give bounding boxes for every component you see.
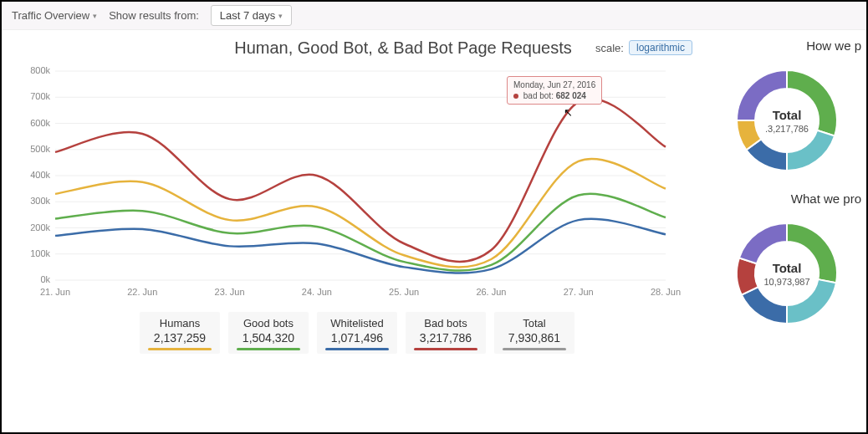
svg-text:25. Jun: 25. Jun: [389, 287, 419, 297]
legend-bad-bots-value: 3,217,786: [414, 331, 477, 345]
results-from-label: Show results from:: [109, 9, 199, 22]
legend-whitelisted-value: 1,071,496: [325, 331, 389, 345]
svg-text:22. Jun: 22. Jun: [127, 287, 157, 297]
legend-humans-label: Humans: [148, 317, 212, 329]
tooltip-series: bad bot: [523, 91, 551, 100]
svg-text:24. Jun: 24. Jun: [302, 287, 332, 297]
tooltip-marker-icon: [513, 94, 518, 99]
svg-text:700k: 700k: [30, 91, 50, 101]
line-chart[interactable]: 0k100k200k300k400k500k600k700k800k21. Ju…: [22, 66, 674, 300]
donut-chart-2[interactable]: Total 10,973,987: [724, 211, 850, 336]
side-title-1: How we p: [806, 38, 863, 53]
legend-humans[interactable]: Humans 2,137,259: [140, 312, 220, 354]
chevron-down-icon: ▾: [278, 12, 283, 20]
svg-text:100k: 100k: [30, 248, 50, 258]
main-chart-panel: Human, Good Bot, & Bad Bot Page Requests…: [2, 30, 707, 357]
donut2-label: Total: [773, 261, 802, 275]
legend-good-bots-label: Good bots: [237, 317, 300, 329]
svg-text:28. Jun: 28. Jun: [651, 287, 681, 297]
legend-total-label: Total: [503, 317, 566, 329]
legend-whitelisted[interactable]: Whitelisted 1,071,496: [317, 312, 397, 354]
side-panel: How we p Total .3,217,786 What we pro To…: [707, 30, 866, 357]
svg-text:0k: 0k: [40, 274, 50, 284]
svg-text:27. Jun: 27. Jun: [564, 287, 594, 297]
svg-text:21. Jun: 21. Jun: [40, 287, 70, 297]
legend-total[interactable]: Total 7,930,861: [494, 312, 574, 354]
side-title-2: What we pro: [791, 191, 863, 206]
chevron-down-icon: ▾: [93, 12, 97, 20]
legend-bad-bots[interactable]: Bad bots 3,217,786: [406, 312, 486, 354]
svg-text:600k: 600k: [30, 118, 50, 128]
cursor-icon: ↖: [564, 106, 573, 119]
series-good-bots: [55, 194, 666, 271]
svg-text:300k: 300k: [30, 196, 50, 206]
donut2-value: 10,973,987: [763, 277, 809, 287]
traffic-overview-label: Traffic Overview: [12, 9, 89, 22]
topbar: Traffic Overview ▾ Show results from: La…: [2, 2, 866, 30]
legend-total-underline: [503, 348, 566, 350]
tooltip-date: Monday, Jun 27, 2016: [513, 79, 595, 90]
svg-text:800k: 800k: [30, 65, 50, 75]
svg-text:500k: 500k: [30, 144, 50, 154]
series-humans: [55, 159, 666, 268]
series-whitelisted: [55, 219, 666, 273]
legend-humans-underline: [148, 348, 212, 350]
svg-text:200k: 200k: [30, 222, 50, 232]
legend-bad-bots-label: Bad bots: [414, 317, 477, 329]
scale-label: scale:: [595, 42, 624, 54]
legend-good-bots-underline: [237, 348, 300, 350]
legend-good-bots[interactable]: Good bots 1,504,320: [228, 312, 309, 354]
legend-total-value: 7,930,861: [503, 331, 566, 345]
donut-chart-1[interactable]: Total .3,217,786: [724, 58, 850, 183]
legend-good-bots-value: 1,504,320: [237, 331, 300, 345]
svg-text:26. Jun: 26. Jun: [476, 287, 506, 297]
date-range-label: Last 7 days: [220, 9, 276, 22]
legend-humans-value: 2,137,259: [148, 331, 212, 345]
legend-row: Humans 2,137,259 Good bots 1,504,320 Whi…: [22, 312, 692, 354]
date-range-button[interactable]: Last 7 days ▾: [211, 5, 293, 26]
donut1-label: Total: [773, 108, 802, 122]
legend-bad-bots-underline: [414, 348, 477, 350]
traffic-overview-dropdown[interactable]: Traffic Overview ▾: [12, 9, 97, 22]
chart-tooltip: Monday, Jun 27, 2016 bad bot: 682 024: [507, 76, 602, 105]
svg-text:400k: 400k: [30, 170, 50, 180]
legend-whitelisted-underline: [325, 348, 389, 350]
chart-title: Human, Good Bot, & Bad Bot Page Requests: [234, 38, 572, 58]
donut1-value: .3,217,786: [765, 124, 809, 134]
svg-text:23. Jun: 23. Jun: [215, 287, 245, 297]
legend-whitelisted-label: Whitelisted: [325, 317, 389, 329]
scale-toggle-button[interactable]: logarithmic: [629, 40, 692, 55]
tooltip-value: 682 024: [556, 91, 586, 100]
